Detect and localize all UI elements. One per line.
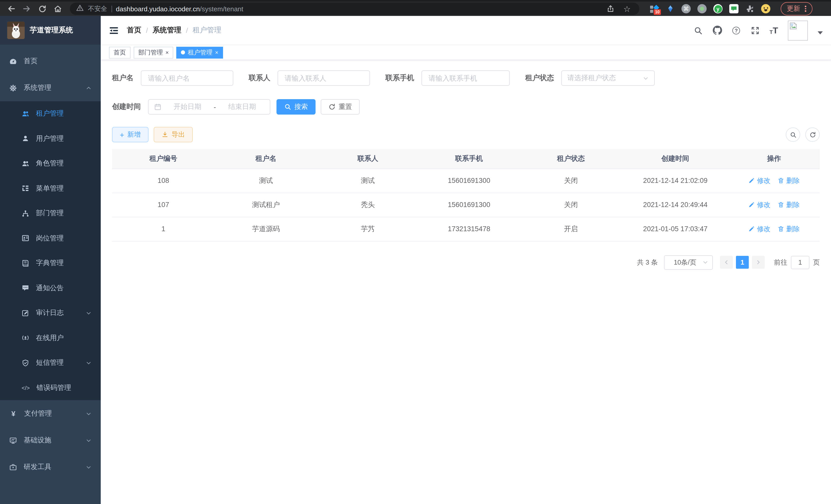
sidebar-item-infra[interactable]: 基础设施 bbox=[0, 427, 101, 454]
close-icon[interactable]: × bbox=[215, 50, 219, 55]
menu-tree-icon bbox=[22, 185, 29, 192]
sidebar-item-tenant[interactable]: 租户管理 bbox=[0, 101, 101, 126]
address-divider bbox=[111, 5, 112, 12]
sidebar-item-notice[interactable]: 通知公告 bbox=[0, 276, 101, 301]
github-icon[interactable] bbox=[713, 26, 722, 35]
sidebar-item-post[interactable]: 岗位管理 bbox=[0, 226, 101, 251]
fullscreen-icon[interactable] bbox=[751, 26, 760, 35]
date-separator: - bbox=[214, 103, 216, 111]
sidebar-item-user[interactable]: 用户管理 bbox=[0, 126, 101, 151]
reset-button[interactable]: 重置 bbox=[321, 99, 360, 115]
tag-home[interactable]: 首页 bbox=[109, 47, 131, 58]
yen-icon: ¥ bbox=[9, 410, 18, 418]
sidebar-item-dict[interactable]: 字典管理 bbox=[0, 251, 101, 276]
security-label: 不安全 bbox=[88, 4, 107, 13]
share-icon[interactable] bbox=[604, 3, 617, 15]
toggle-search-button[interactable] bbox=[786, 127, 800, 142]
close-icon[interactable]: × bbox=[166, 50, 169, 55]
add-button[interactable]: + 新增 bbox=[112, 127, 148, 142]
home-icon[interactable] bbox=[51, 3, 64, 15]
edit-link[interactable]: 修改 bbox=[748, 176, 770, 185]
profile-avatar-icon[interactable] bbox=[761, 4, 770, 13]
contact-label: 联系人 bbox=[249, 73, 270, 83]
page-content: 租户名 联系人 联系手机 租户状态 请选择租户状态 bbox=[101, 60, 831, 504]
sidebar-item-pay[interactable]: ¥ 支付管理 bbox=[0, 400, 101, 427]
roles-icon bbox=[22, 160, 29, 168]
calendar-icon bbox=[154, 103, 161, 111]
delete-link[interactable]: 删除 bbox=[778, 176, 800, 185]
page-size-select[interactable]: 10条/页 bbox=[664, 255, 713, 269]
tag-dept[interactable]: 部门管理 × bbox=[134, 47, 173, 58]
system-submenu: 租户管理 用户管理 角色管理 菜单管理 bbox=[0, 101, 101, 400]
breadcrumb-separator: / bbox=[186, 26, 188, 34]
download-icon bbox=[161, 131, 169, 138]
browser-menu-icon[interactable] bbox=[805, 6, 806, 12]
tenant-name-input[interactable] bbox=[141, 70, 233, 86]
extension-y-icon[interactable]: y bbox=[713, 4, 722, 13]
total-count: 共 3 条 bbox=[637, 258, 658, 267]
sidebar-item-sms[interactable]: 短信管理 bbox=[0, 350, 101, 375]
sidebar-item-error-code[interactable]: </> 错误码管理 bbox=[0, 375, 101, 400]
extensions-puzzle-icon[interactable] bbox=[745, 4, 754, 13]
font-size-icon[interactable]: TT bbox=[770, 26, 778, 35]
create-time-label: 创建时间 bbox=[112, 102, 141, 112]
export-button[interactable]: 导出 bbox=[154, 127, 193, 142]
online-user-icon bbox=[22, 334, 29, 342]
user-avatar[interactable] bbox=[788, 20, 808, 40]
sidebar-item-online-users[interactable]: 在线用户 bbox=[0, 325, 101, 350]
help-icon[interactable]: ? bbox=[732, 26, 741, 35]
edit-link[interactable]: 修改 bbox=[748, 224, 770, 234]
sidebar: 芋道管理系统 首页 系统管理 租户管理 bbox=[0, 16, 101, 504]
col-status: 租户状态 bbox=[520, 149, 622, 169]
date-range-input[interactable]: 开始日期 - 结束日期 bbox=[148, 99, 270, 115]
trash-icon bbox=[778, 201, 784, 208]
bookmark-star-icon[interactable]: ☆ bbox=[621, 3, 633, 15]
col-created: 创建时间 bbox=[622, 149, 728, 169]
browser-toolbar: 不安全 dashboard.yudao.iocoder.cn/system/te… bbox=[0, 0, 831, 16]
refresh-icon bbox=[328, 103, 336, 111]
sidebar-item-home[interactable]: 首页 bbox=[0, 48, 101, 75]
goto-page-input[interactable] bbox=[791, 256, 809, 269]
extension-dot-icon[interactable] bbox=[697, 4, 707, 13]
sidebar-item-audit-log[interactable]: 审计日志 bbox=[0, 301, 101, 325]
extension-kite-icon[interactable] bbox=[665, 4, 675, 13]
extension-grid-icon[interactable]: 10 bbox=[650, 4, 659, 13]
prev-page-button[interactable] bbox=[720, 256, 733, 269]
avatar-caret-icon[interactable] bbox=[818, 31, 823, 37]
breadcrumb-home[interactable]: 首页 bbox=[127, 26, 141, 35]
contact-input[interactable] bbox=[278, 70, 370, 86]
pagination: 共 3 条 10条/页 1 前往 页 bbox=[112, 255, 820, 269]
sidebar-item-menu[interactable]: 菜单管理 bbox=[0, 176, 101, 201]
table-header-row: 租户编号 租户名 联系人 联系手机 租户状态 创建时间 操作 bbox=[112, 149, 820, 169]
search-button[interactable]: 搜索 bbox=[277, 99, 316, 115]
sidebar-item-devtools[interactable]: 研发工具 bbox=[0, 454, 101, 480]
mobile-input[interactable] bbox=[422, 70, 510, 86]
extension-cmd-icon[interactable]: ⌘ bbox=[682, 4, 691, 13]
org-tree-icon bbox=[22, 210, 29, 217]
edit-link[interactable]: 修改 bbox=[748, 200, 770, 209]
sidebar-item-system[interactable]: 系统管理 bbox=[0, 75, 101, 101]
next-page-button[interactable] bbox=[752, 256, 765, 269]
refresh-table-button[interactable] bbox=[805, 127, 820, 142]
extension-chat-icon[interactable] bbox=[729, 4, 739, 13]
code-icon: </> bbox=[22, 385, 30, 391]
breadcrumb-system[interactable]: 系统管理 bbox=[153, 26, 181, 35]
delete-link[interactable]: 删除 bbox=[778, 224, 800, 234]
status-select[interactable]: 请选择租户状态 bbox=[561, 70, 655, 86]
sidebar-item-dept[interactable]: 部门管理 bbox=[0, 201, 101, 226]
sidebar-toggle-icon[interactable] bbox=[109, 25, 119, 35]
page-number-1[interactable]: 1 bbox=[736, 256, 749, 269]
dictionary-icon bbox=[22, 260, 29, 267]
header-search-icon[interactable] bbox=[693, 26, 703, 35]
delete-link[interactable]: 删除 bbox=[778, 200, 800, 209]
logo-image bbox=[7, 22, 25, 39]
tag-tenant[interactable]: 租户管理 × bbox=[176, 47, 223, 58]
app-logo: 芋道管理系统 bbox=[0, 16, 101, 45]
back-icon[interactable] bbox=[5, 3, 18, 15]
address-bar[interactable]: 不安全 dashboard.yudao.iocoder.cn/system/te… bbox=[70, 3, 639, 15]
sidebar-item-role[interactable]: 角色管理 bbox=[0, 151, 101, 176]
chrome-update-button[interactable]: 更新 bbox=[781, 2, 812, 16]
forward-icon[interactable] bbox=[21, 3, 33, 15]
extension-badge: 10 bbox=[654, 9, 661, 15]
reload-icon[interactable] bbox=[36, 3, 48, 15]
